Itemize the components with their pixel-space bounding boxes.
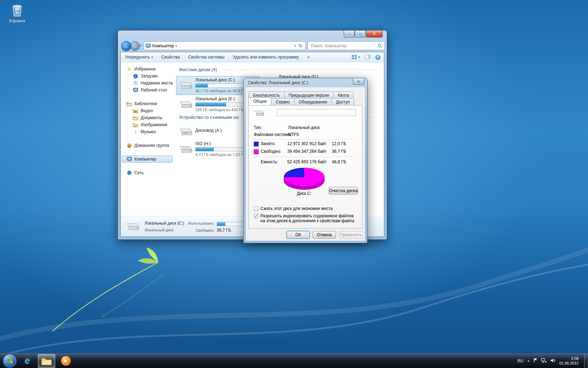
views-button[interactable]: ▾ [352, 55, 360, 59]
disk-usage-pie-chart [280, 166, 329, 190]
forward-button[interactable]: → [130, 41, 140, 51]
computer-icon [127, 157, 132, 162]
taskbar-ie-button[interactable]: e [19, 354, 36, 368]
breadcrumb-computer[interactable]: Компьютер ▸ [151, 43, 179, 49]
tab-hardware[interactable]: Оборудование [294, 98, 332, 106]
history-dropdown[interactable]: ▾ [140, 43, 142, 47]
tab-label: Безопасность [253, 93, 280, 98]
forward-icon: → [133, 43, 138, 49]
libraries-label: Библиотеки [134, 101, 157, 106]
sidebar-section-libraries[interactable]: Библиотеки [121, 100, 173, 107]
system-properties-button[interactable]: Свойства системы [188, 55, 225, 60]
network-tray-button[interactable] [541, 358, 547, 364]
preview-pane-button[interactable] [365, 55, 370, 60]
hard-drive-icon [177, 97, 193, 110]
help-button[interactable]: ? [375, 55, 380, 60]
sidebar-item-documents[interactable]: Документы [121, 114, 173, 121]
tray-clock[interactable]: 2:08 01.06.2012 [559, 356, 579, 366]
properties-button[interactable]: Свойства [161, 55, 180, 60]
sidebar-item-desktop[interactable]: Рабочий стол [121, 87, 173, 94]
back-icon: ← [124, 43, 129, 49]
volume-tray-button[interactable] [550, 358, 555, 364]
address-dropdown[interactable]: ▾ [293, 44, 298, 48]
recycle-bin[interactable]: Корзина [5, 3, 29, 23]
refresh-button[interactable]: ↻ [297, 43, 304, 49]
group-header-line [220, 69, 380, 70]
free-size: 36,7 ГБ [329, 149, 346, 154]
search-input[interactable] [310, 43, 378, 49]
sidebar-item-recent-places[interactable]: Недавние места [121, 80, 173, 87]
maximize-button[interactable]: □ [355, 30, 366, 38]
clock-date: 01.06.2012 [559, 361, 579, 366]
preview-pane-icon [365, 55, 370, 59]
tab-page-general: Тип: Локальный диск Файловая система: NT… [248, 105, 362, 229]
apply-button: Применить [339, 231, 363, 239]
volume-label-input[interactable] [277, 109, 356, 116]
tab-row-front: Общие Сервис Оборудование Доступ [248, 98, 354, 106]
compress-checkbox-label: Сжать этот диск для экономии места [260, 206, 332, 211]
index-checkbox[interactable]: ✓ [254, 214, 258, 218]
close-button[interactable]: ✕ [366, 30, 383, 38]
recycle-bin-icon [11, 3, 23, 17]
address-bar[interactable]: Компьютер ▸ ▾ ↻ [144, 41, 306, 50]
cancel-button[interactable]: Отмена [313, 231, 336, 239]
tab-label: Оборудование [299, 100, 328, 104]
compress-checkbox[interactable] [254, 206, 258, 211]
tab-quota[interactable]: Квота [333, 91, 354, 99]
tab-sharing[interactable]: Доступ [331, 98, 354, 106]
filesystem-value: NTFS [288, 132, 299, 137]
taskbar-media-player-button[interactable]: ▶ [57, 354, 75, 368]
free-legend-swatch [254, 149, 259, 154]
tab-label: Доступ [336, 100, 350, 104]
ok-button[interactable]: ОК [287, 231, 310, 239]
capacity-bytes: 52 425 650 176 байт [284, 159, 327, 164]
capacity-size: 48,8 ГБ [329, 159, 346, 164]
taskbar-explorer-button[interactable] [38, 354, 55, 368]
sidebar-item-music[interactable]: ♪ Музыка [121, 128, 173, 135]
favorites-star-icon: ★ [126, 67, 132, 72]
media-player-icon: ▶ [61, 356, 71, 366]
sidebar-section-computer[interactable]: Компьютер [121, 156, 173, 163]
separator [252, 139, 355, 140]
action-center-button[interactable] [533, 358, 538, 364]
clock-time: 2:08 [559, 356, 579, 361]
taskbar: e ▶ RU ▲ [0, 353, 588, 368]
sidebar-item-pictures[interactable]: Изображения [121, 121, 173, 128]
organize-menu[interactable]: Упорядочить ▾ [125, 55, 153, 60]
minimize-button[interactable]: – [344, 30, 355, 38]
details-drive-type: Локальный диск [145, 228, 174, 232]
group-header-label: Устройства со съемными но [179, 115, 239, 120]
filesystem-label: Файловая система: [254, 132, 292, 137]
desktop[interactable]: Корзина – □ ✕ ← → ▾ Компьютер ▸ ▾ ↻ [0, 0, 588, 368]
details-free-label: Свободно: [173, 228, 215, 232]
tab-previous-versions[interactable]: Предыдущие версии [284, 91, 334, 99]
language-indicator[interactable]: RU [518, 359, 524, 363]
capacity-bar [195, 83, 245, 88]
disk-cleanup-button[interactable]: Очистка диска [329, 187, 358, 195]
sidebar-section-homegroup[interactable]: Домашняя группа [121, 142, 173, 149]
sidebar-section-favorites[interactable]: ★ Избранное [121, 66, 173, 73]
tab-general[interactable]: Общие [248, 97, 271, 105]
toolbar-overflow-button[interactable]: » [307, 55, 310, 60]
homegroup-label: Домашняя группа [134, 143, 169, 148]
ok-label: ОК [295, 232, 301, 237]
start-button[interactable] [3, 354, 17, 368]
hard-drive-icon [254, 109, 264, 117]
uninstall-program-button[interactable]: Удалить или изменить программу [233, 55, 299, 60]
documents-library-icon [133, 116, 138, 120]
details-free-value: 36,7 ГБ [217, 228, 231, 233]
back-button[interactable]: ← [121, 41, 131, 51]
tab-tools[interactable]: Сервис [271, 98, 294, 106]
sidebar-item-downloads[interactable]: ↓ Загрузки [121, 73, 173, 80]
capacity-bar [195, 102, 245, 107]
capacity-bar-fill [196, 148, 214, 151]
group-header-hard-disks: Жесткие диски (4) [179, 67, 380, 72]
dialog-close-button[interactable]: ✕ [353, 78, 364, 85]
show-desktop-button[interactable] [584, 354, 588, 368]
tray-expand-arrow[interactable]: ▲ [527, 359, 530, 362]
sidebar-item-videos[interactable]: Видео [121, 107, 173, 114]
cancel-label: Отмена [317, 232, 332, 237]
sidebar-section-network[interactable]: Сеть [121, 169, 173, 176]
separator [252, 157, 355, 157]
internet-explorer-icon: e [24, 356, 30, 366]
